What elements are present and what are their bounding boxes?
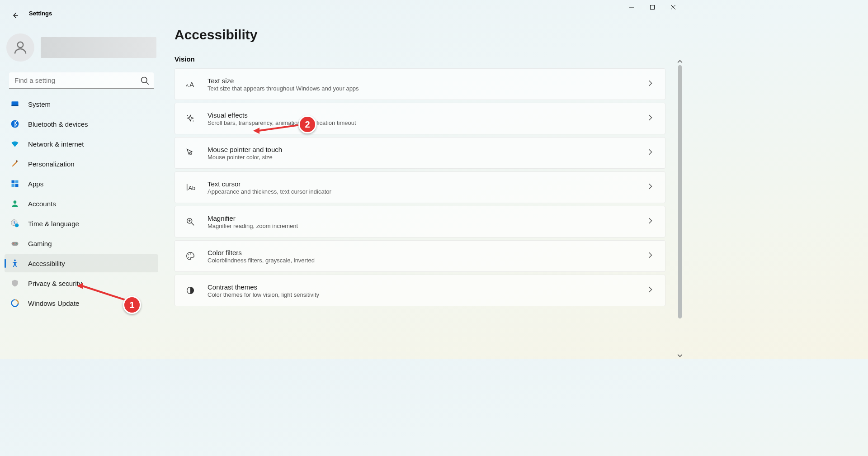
card-title: Mouse pointer and touch xyxy=(208,146,636,153)
window-minimize-button[interactable] xyxy=(621,0,642,14)
palette-icon xyxy=(184,251,197,261)
gamepad-icon xyxy=(10,238,20,248)
page-title: Accessibility xyxy=(175,27,679,43)
svg-point-36 xyxy=(190,253,191,254)
system-icon xyxy=(10,99,20,109)
nav-label: Apps xyxy=(28,180,43,188)
search-input[interactable] xyxy=(9,72,154,89)
svg-line-32 xyxy=(192,223,194,226)
nav-item-privacy[interactable]: Privacy & security xyxy=(5,274,158,292)
section-header-vision: Vision xyxy=(175,55,679,63)
wifi-icon xyxy=(10,139,20,149)
nav-label: Time & language xyxy=(28,220,79,228)
svg-text:Ab: Ab xyxy=(188,185,195,191)
sparkle-icon xyxy=(184,114,197,124)
svg-text:A: A xyxy=(189,81,194,88)
chevron-right-icon xyxy=(647,80,656,88)
nav-label: Gaming xyxy=(28,240,52,247)
bluetooth-icon xyxy=(10,119,20,129)
nav-label: Network & internet xyxy=(28,140,84,148)
setting-card-color-filters[interactable]: Color filters Colorblindness filters, gr… xyxy=(175,240,665,272)
svg-point-22 xyxy=(14,260,16,261)
search-icon[interactable] xyxy=(140,76,149,85)
clock-globe-icon xyxy=(10,218,20,228)
svg-rect-19 xyxy=(12,242,19,246)
setting-card-mouse-pointer[interactable]: Mouse pointer and touch Mouse pointer co… xyxy=(175,137,665,169)
nav-item-system[interactable]: System xyxy=(5,95,158,113)
pointer-icon xyxy=(184,148,197,158)
window-close-button[interactable] xyxy=(663,0,684,14)
back-button[interactable] xyxy=(10,10,21,21)
nav-item-personalization[interactable]: Personalization xyxy=(5,155,158,173)
svg-point-21 xyxy=(16,243,17,244)
card-title: Magnifier xyxy=(208,214,636,222)
nav-item-bluetooth[interactable]: Bluetooth & devices xyxy=(5,115,158,133)
nav-item-accessibility[interactable]: Accessibility xyxy=(5,254,158,272)
setting-card-text-cursor[interactable]: Ab Text cursor Appearance and thickness,… xyxy=(175,171,665,203)
paintbrush-icon xyxy=(10,159,20,169)
card-title: Visual effects xyxy=(208,111,636,119)
card-title: Contrast themes xyxy=(208,283,636,291)
card-subtitle: Colorblindness filters, grayscale, inver… xyxy=(208,257,636,264)
svg-rect-1 xyxy=(651,5,655,10)
svg-point-37 xyxy=(188,257,189,258)
svg-rect-13 xyxy=(15,180,19,184)
nav-label: Accessibility xyxy=(28,260,65,267)
window-maximize-button[interactable] xyxy=(642,0,663,14)
scroll-down-arrow-icon[interactable] xyxy=(677,353,683,358)
nav-item-time-language[interactable]: Time & language xyxy=(5,214,158,233)
nav-item-apps[interactable]: Apps xyxy=(5,175,158,193)
nav-label: System xyxy=(28,100,51,108)
card-subtitle: Appearance and thickness, text cursor in… xyxy=(208,188,636,195)
card-subtitle: Text size that appears throughout Window… xyxy=(208,85,636,92)
card-subtitle: Magnifier reading, zoom increment xyxy=(208,223,636,229)
svg-line-7 xyxy=(146,82,149,85)
card-subtitle: Scroll bars, transparency, animations, n… xyxy=(208,119,636,126)
vertical-scrollbar[interactable] xyxy=(677,59,683,358)
nav-label: Windows Update xyxy=(28,299,79,307)
svg-rect-15 xyxy=(15,184,19,187)
text-cursor-icon: Ab xyxy=(184,182,197,192)
setting-card-contrast-themes[interactable]: Contrast themes Color themes for low vis… xyxy=(175,275,665,306)
avatar xyxy=(6,33,34,62)
svg-rect-14 xyxy=(12,184,15,187)
nav-item-gaming[interactable]: Gaming xyxy=(5,234,158,252)
text-size-icon: AA xyxy=(184,79,197,89)
nav-item-accounts[interactable]: Accounts xyxy=(5,195,158,213)
nav-label: Bluetooth & devices xyxy=(28,120,88,128)
chevron-right-icon xyxy=(647,183,656,191)
shield-icon xyxy=(10,278,20,288)
chevron-right-icon xyxy=(647,114,656,123)
svg-text:A: A xyxy=(186,83,189,88)
svg-point-5 xyxy=(18,42,24,48)
card-title: Text size xyxy=(208,77,636,85)
magnifier-icon xyxy=(184,217,197,227)
chevron-right-icon xyxy=(647,286,656,294)
svg-point-20 xyxy=(13,243,14,244)
app-title: Settings xyxy=(29,10,52,17)
setting-card-visual-effects[interactable]: Visual effects Scroll bars, transparency… xyxy=(175,103,665,134)
card-title: Color filters xyxy=(208,249,636,256)
nav-item-network[interactable]: Network & internet xyxy=(5,135,158,153)
scroll-thumb[interactable] xyxy=(678,65,682,318)
setting-card-magnifier[interactable]: Magnifier Magnifier reading, zoom increm… xyxy=(175,206,665,238)
scroll-up-arrow-icon[interactable] xyxy=(677,59,683,64)
accessibility-icon xyxy=(10,258,20,268)
contrast-icon xyxy=(184,285,197,295)
svg-point-27 xyxy=(187,115,188,116)
setting-card-text-size[interactable]: AA Text size Text size that appears thro… xyxy=(175,68,665,100)
nav-label: Privacy & security xyxy=(28,280,82,287)
nav-label: Personalization xyxy=(28,160,75,168)
svg-point-18 xyxy=(15,223,19,227)
nav-label: Accounts xyxy=(28,200,56,208)
profile-name-redacted xyxy=(41,37,156,58)
svg-point-28 xyxy=(193,120,193,121)
svg-rect-9 xyxy=(12,105,19,106)
profile-block[interactable] xyxy=(5,32,158,70)
chevron-right-icon xyxy=(647,149,656,157)
person-icon xyxy=(10,199,20,209)
chevron-right-icon xyxy=(647,252,656,260)
card-subtitle: Color themes for low vision, light sensi… xyxy=(208,291,636,298)
nav-item-windows-update[interactable]: Windows Update xyxy=(5,294,158,312)
card-subtitle: Mouse pointer color, size xyxy=(208,154,636,161)
